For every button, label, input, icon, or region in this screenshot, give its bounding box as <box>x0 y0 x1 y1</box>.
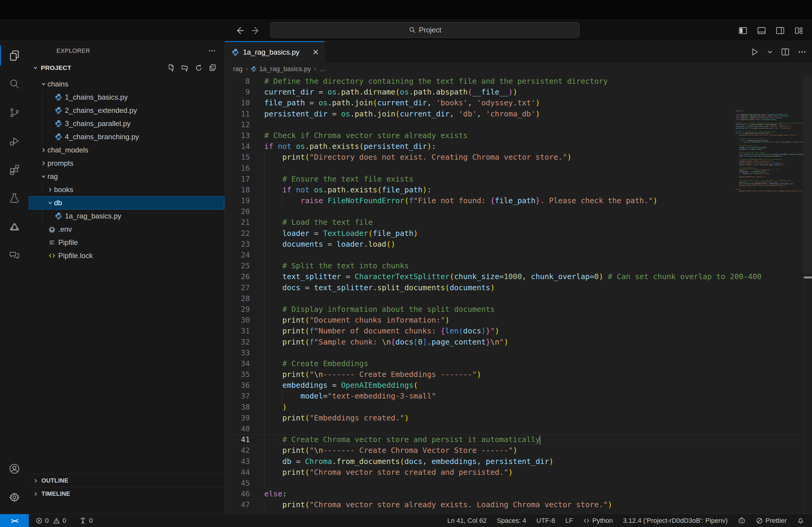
run-dropdown-chevron-icon[interactable] <box>767 49 773 55</box>
more-actions-icon[interactable] <box>798 47 807 57</box>
status-errors[interactable]: 0 <box>35 517 49 525</box>
status-item-lf[interactable]: LF <box>565 517 573 525</box>
status-item-3124[interactable]: 3.12.4 ('Project-rD0dD3oB': Pipenv) <box>623 517 728 525</box>
bell-icon[interactable] <box>797 517 804 524</box>
code-line-31[interactable]: 31 print(f"Number of document chunks: {l… <box>224 326 803 336</box>
customize-layout-button[interactable] <box>793 25 805 36</box>
code-line-12[interactable]: 12 <box>224 119 803 130</box>
nav-back-button[interactable] <box>234 25 246 36</box>
code-line-42[interactable]: 42 print("\n------- Create Chroma Vector… <box>224 445 803 456</box>
command-center-search[interactable]: Project <box>270 22 580 38</box>
activity-account-button[interactable] <box>0 454 29 483</box>
code-line-33[interactable]: 33 <box>224 348 803 358</box>
tree-file-Pipfile[interactable]: Pipfile <box>29 236 224 249</box>
tree-file-3_chains_parallel.py[interactable]: 3_chains_parallel.py <box>29 117 224 130</box>
new-folder-icon[interactable] <box>181 64 189 72</box>
tree-folder-chains[interactable]: chains <box>29 77 224 91</box>
activity-triangle-extension-button[interactable] <box>0 212 29 241</box>
code-line-13[interactable]: 13# Check if Chroma vector store already… <box>224 130 803 141</box>
code-line-46[interactable]: 46else: <box>224 488 803 499</box>
code-line-38[interactable]: 38 ) <box>224 402 803 413</box>
timeline-section[interactable]: TIMELINE <box>29 487 224 500</box>
code-line-17[interactable]: 17 # Ensure the text file exists <box>224 174 803 184</box>
activity-source-control-button[interactable] <box>0 98 29 127</box>
code-line-23[interactable]: 23 documents = loader.load() <box>224 239 803 250</box>
code-line-41[interactable]: 41 # Create Chroma vector store and pers… <box>224 434 803 445</box>
code-line-37[interactable]: 37 model="text-embedding-3-small" <box>224 391 803 402</box>
breadcrumb-item[interactable]: rag <box>233 65 243 73</box>
new-file-icon[interactable] <box>167 64 175 72</box>
code-line-10[interactable]: 10file_path = os.path.join(current_dir, … <box>224 97 803 108</box>
tree-file-Pipfile.lock[interactable]: Pipfile.lock <box>29 249 224 262</box>
tree-file-2_chains_extended.py[interactable]: 2_chains_extended.py <box>29 104 224 117</box>
status-warnings[interactable]: 0 <box>53 517 66 525</box>
activity-extensions-button[interactable] <box>0 155 29 184</box>
code-line-30[interactable]: 30 print("Document chunks information:") <box>224 315 803 326</box>
status-ports[interactable]: 0 <box>79 517 93 525</box>
status-item-python[interactable]: Python <box>583 517 613 525</box>
toggle-panel-button[interactable] <box>756 25 768 36</box>
minimap[interactable]: import osfrom langchain.text_splitter im… <box>736 110 803 514</box>
tree-folder-books[interactable]: books <box>29 183 224 196</box>
code-line-15[interactable]: 15 print("Directory does not exist. Crea… <box>224 152 803 163</box>
remote-indicator[interactable]: >< <box>0 514 29 527</box>
status-item-ln[interactable]: Ln 41, Col 62 <box>447 517 487 525</box>
code-line-29[interactable]: 29 # Display information about the split… <box>224 304 803 315</box>
outline-section[interactable]: OUTLINE <box>29 474 224 487</box>
status-item-prettier[interactable]: Prettier <box>756 517 787 525</box>
tree-file-4_chains_branching.py[interactable]: 4_chains_branching.py <box>29 130 224 144</box>
code-line-35[interactable]: 35 print("\n------- Create Embeddings --… <box>224 369 803 380</box>
activity-run-and-debug-button[interactable] <box>0 127 29 155</box>
breadcrumb-item[interactable]: … <box>319 65 326 73</box>
run-icon[interactable] <box>750 47 759 57</box>
code-line-34[interactable]: 34 # Create Embeddings <box>224 358 803 369</box>
copilot-icon[interactable] <box>738 517 745 525</box>
code-line-18[interactable]: 18 if not os.path.exists(file_path): <box>224 184 803 195</box>
activity-chat-button[interactable] <box>0 241 29 269</box>
code-line-26[interactable]: 26 text_splitter = CharacterTextSplitter… <box>224 271 803 282</box>
status-item-copilot-icon[interactable] <box>738 517 745 525</box>
code-area[interactable]: 8# Define the directory containing the t… <box>224 76 812 514</box>
code-line-39[interactable]: 39 print("Embeddings created.") <box>224 413 803 423</box>
toggle-primary-sidebar-button[interactable] <box>737 25 749 36</box>
code-line-47[interactable]: 47 print("Chroma vector store already ex… <box>224 499 803 510</box>
code-line-32[interactable]: 32 print(f"Sample chunk: \n{docs[0].page… <box>224 337 803 348</box>
status-item-utf8[interactable]: UTF-8 <box>536 517 555 525</box>
tree-file-.env[interactable]: .env <box>29 223 224 236</box>
code-line-28[interactable]: 28 <box>224 293 803 304</box>
scrollbar-slider[interactable] <box>804 76 812 274</box>
split-editor-icon[interactable] <box>781 47 790 57</box>
breadcrumb[interactable]: rag›1a_rag_basics.py›… <box>224 62 812 76</box>
code-line-25[interactable]: 25 # Split the text into chunks <box>224 260 803 271</box>
activity-explorer-button[interactable] <box>0 41 29 70</box>
nav-forward-button[interactable] <box>250 25 262 36</box>
breadcrumb-item[interactable]: 1a_rag_basics.py <box>251 65 311 73</box>
code-line-45[interactable]: 45 <box>224 478 803 488</box>
code-line-19[interactable]: 19 raise FileNotFoundError(f"File not fo… <box>224 195 803 206</box>
code-line-20[interactable]: 20 <box>224 206 803 217</box>
code-line-43[interactable]: 43 db = Chroma.from_documents(docs, embe… <box>224 456 803 467</box>
activity-settings-gear-button[interactable] <box>0 483 29 511</box>
code-line-44[interactable]: 44 print("Chroma vector store created an… <box>224 467 803 478</box>
code-line-27[interactable]: 27 docs = text_splitter.split_documents(… <box>224 282 803 293</box>
collapse-all-icon[interactable] <box>209 64 217 72</box>
toggle-secondary-sidebar-button[interactable] <box>774 25 786 36</box>
tree-file-1a_rag_basics.py[interactable]: 1a_rag_basics.py <box>29 210 224 223</box>
tree-folder-rag[interactable]: rag <box>29 170 224 183</box>
overview-ruler[interactable] <box>803 76 812 514</box>
activity-testing-button[interactable] <box>0 184 29 212</box>
code-line-22[interactable]: 22 loader = TextLoader(file_path) <box>224 228 803 239</box>
views-more-actions-icon[interactable] <box>208 47 216 55</box>
tree-folder-prompts[interactable]: prompts <box>29 157 224 170</box>
code-line-16[interactable]: 16 <box>224 163 803 174</box>
refresh-icon[interactable] <box>195 64 203 72</box>
tab-close-icon[interactable]: ✕ <box>312 48 319 56</box>
code-line-14[interactable]: 14if not os.path.exists(persistent_dir): <box>224 141 803 152</box>
activity-search-button[interactable] <box>0 70 29 98</box>
tree-file-1_chains_basics.py[interactable]: 1_chains_basics.py <box>29 91 224 104</box>
tree-folder-chat_models[interactable]: chat_models <box>29 144 224 157</box>
code-line-36[interactable]: 36 embeddings = OpenAIEmbeddings( <box>224 380 803 391</box>
status-item-spaces[interactable]: Spaces: 4 <box>497 517 526 525</box>
code-line-40[interactable]: 40 <box>224 423 803 434</box>
status-item-bell-icon[interactable] <box>797 517 804 524</box>
